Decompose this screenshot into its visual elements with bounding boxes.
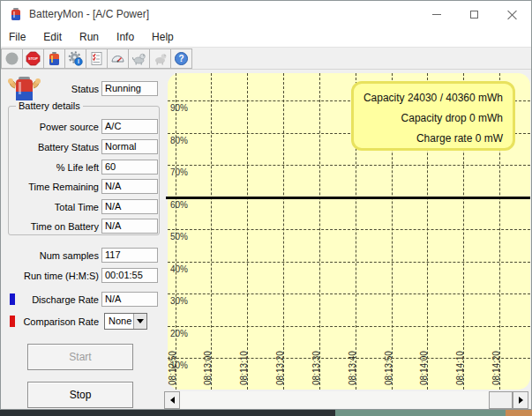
battery-status-label: Battery Status [3,142,99,152]
stop-sign-button[interactable]: STOP [22,48,44,69]
menu-file[interactable]: File [1,29,34,45]
battery-level-line [166,197,530,199]
watchdog-button[interactable] [128,48,150,69]
y-axis-tick: 10% [170,360,188,370]
start-button[interactable]: Start [27,344,133,370]
x-axis-tick: 08:13:50 [384,351,393,385]
scroll-right-button[interactable] [513,391,528,409]
status-field: Running [101,81,158,96]
x-axis-tick: 08:13:30 [311,351,321,385]
battery-status-field: Normal [101,139,158,154]
x-axis-tick: 08:14:10 [455,351,465,385]
dog-icon [131,51,146,66]
record-button[interactable] [1,48,23,69]
total-time-field: N/A [101,199,158,214]
discharge-rate-label: Discharge Rate [3,294,99,305]
battery-details-title: Battery details [16,100,83,111]
window-title: BatteryMon - [A/C Power] [29,8,149,20]
settings-button[interactable]: i [64,48,86,69]
title-bar: BatteryMon - [A/C Power] [1,1,531,27]
x-axis-tick: 08:14:00 [419,351,429,385]
capacity-drop-line: Capacity drop 0 mWh [354,108,503,129]
power-source-field: A/C [101,119,158,134]
vertical-gridline [283,73,284,390]
num-samples-field: 117 [101,248,158,263]
gauge-button[interactable] [107,48,129,69]
chevron-down-icon [137,319,144,323]
menu-run[interactable]: Run [71,29,108,45]
toolbar: STOP i [1,47,531,70]
vertical-gridline [247,73,248,390]
time-remaining-label: Time Remaining [3,182,99,192]
arrow-left-icon [170,397,175,404]
svg-text:i: i [78,58,79,64]
close-button[interactable] [493,1,531,27]
gauge-icon [110,51,125,66]
app-window: BatteryMon - [A/C Power] File Edit Run I… [0,0,532,410]
life-left-label: % Life left [3,162,99,173]
x-axis-tick: 08:14:20 [491,351,501,385]
menu-help[interactable]: Help [143,29,183,45]
scroll-left-button[interactable] [164,391,180,409]
gear-info-icon: i [68,51,83,66]
total-time-label: Total Time [3,202,99,212]
stop-sign-icon: STOP [26,51,41,66]
stop-button[interactable]: Stop [27,382,133,408]
maximize-icon [470,11,478,19]
horizontal-gridline [168,229,530,230]
y-axis-tick: 80% [170,136,188,145]
battery-chart: Capacity 24030 / 40360 mWh Capacity drop… [164,70,532,392]
menu-bar: File Edit Run Info Help [1,27,531,47]
close-icon [507,10,517,19]
minimize-button[interactable] [417,1,455,27]
minimize-icon [432,14,441,15]
vertical-gridline [211,73,212,390]
y-axis-tick: 60% [170,200,188,210]
comparison-rate-select[interactable]: None [104,313,147,330]
y-axis-tick: 30% [170,296,188,306]
scrollbar-thumb[interactable] [489,391,513,409]
life-left-field: 60 [101,160,158,175]
svg-text:?: ? [178,54,184,63]
y-axis-tick: 20% [170,329,188,338]
combo-dropdown-button[interactable] [133,314,146,329]
time-remaining-field: N/A [101,179,158,194]
time-on-battery-label: Time on Battery [3,221,99,232]
maximize-button[interactable] [455,1,493,27]
menu-edit[interactable]: Edit [34,29,71,45]
battery-icon [47,51,62,66]
run-time-label: Run time (H:M:S) [3,271,99,281]
x-axis-tick: 08:13:00 [203,351,213,385]
horizontal-gridline [168,262,530,263]
x-axis-tick: 08:13:20 [275,351,285,385]
checklist-icon [89,51,104,66]
menu-info[interactable]: Info [108,29,143,45]
horizontal-gridline [168,326,530,327]
help-icon: ? [174,51,189,66]
chart-scrollbar[interactable] [164,391,528,409]
capacity-info-box: Capacity 24030 / 40360 mWh Capacity drop… [351,81,515,151]
desktop-background-strip [0,410,532,416]
time-on-battery-field: N/A [101,219,158,234]
horizontal-gridline [168,165,530,166]
x-axis-tick: 08:13:10 [239,351,249,385]
y-axis-tick: 40% [170,264,188,274]
dog-disabled-icon [153,51,168,66]
app-icon [9,7,23,21]
horizontal-gridline [168,293,530,294]
arrow-right-icon [519,397,523,404]
comparison-rate-value: None [109,316,131,326]
battery-details-button[interactable] [43,48,65,69]
status-label: Status [3,84,99,94]
watchdog-disabled-button[interactable] [149,48,171,69]
y-axis-tick: 70% [170,167,188,177]
num-samples-label: Num samples [3,250,99,261]
log-options-button[interactable] [86,48,108,69]
discharge-rate-field: N/A [101,292,158,307]
run-time-field: 00:01:55 [101,268,158,283]
comparison-rate-label: Comparison Rate [3,316,99,327]
svg-text:STOP: STOP [28,56,38,61]
power-source-label: Power source [3,122,99,132]
horizontal-gridline [168,358,530,359]
help-button[interactable]: ? [170,48,192,69]
